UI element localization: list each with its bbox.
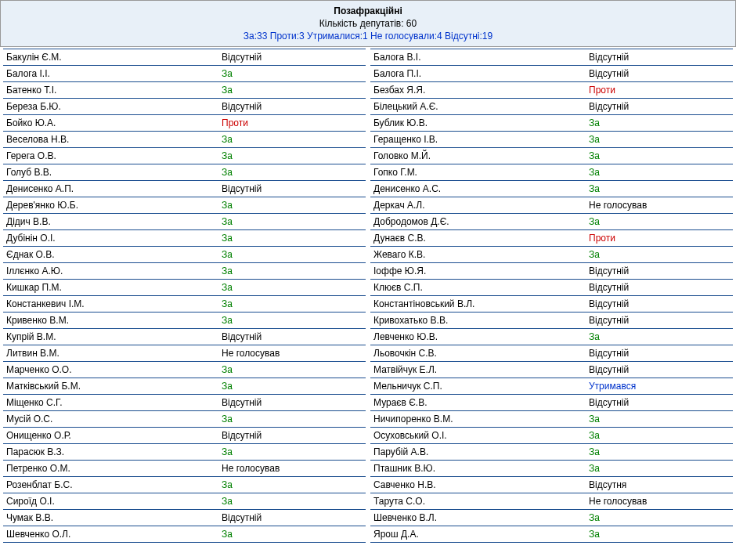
deputy-vote: За xyxy=(222,249,363,260)
deputy-vote: За xyxy=(222,282,363,293)
deputy-vote: Не голосував xyxy=(589,200,730,211)
deputy-name: Голуб В.В. xyxy=(6,167,222,178)
deputy-name: Балога П.І. xyxy=(373,68,589,79)
deputy-name: Балога І.І. xyxy=(6,68,222,79)
deputy-vote: За xyxy=(222,167,363,178)
deputy-name: Матківський Б.М. xyxy=(6,381,222,392)
deputy-vote: Відсутній xyxy=(222,512,363,523)
deputy-vote: За xyxy=(222,364,363,375)
deputy-name: Дерев'янко Ю.Б. xyxy=(6,200,222,211)
deputy-name: Дубінін О.І. xyxy=(6,233,222,244)
vote-row: Матківський Б.М.За xyxy=(3,378,366,395)
deputy-vote: За xyxy=(589,512,730,523)
deputy-vote: Відсутній xyxy=(589,348,730,359)
vote-row: Осуховський О.І.За xyxy=(370,428,733,444)
vote-row: Константіновський В.Л.Відсутній xyxy=(370,296,733,313)
vote-row: Шевченко В.Л.За xyxy=(370,510,733,526)
deputy-vote: За xyxy=(222,150,363,161)
vote-columns: Бакулін Є.М.ВідсутнійБалога І.І.ЗаБатенк… xyxy=(0,49,736,543)
deputy-name: Бойко Ю.А. xyxy=(6,117,222,128)
deputy-vote: Утримався xyxy=(589,381,730,392)
deputy-name: Онищенко О.Р. xyxy=(6,430,222,441)
deputy-name: Кишкар П.М. xyxy=(6,282,222,293)
deputy-vote: Відсутній xyxy=(222,183,363,194)
deputy-vote: За xyxy=(222,315,363,326)
vote-row: Матвійчук Е.Л.Відсутній xyxy=(370,362,733,378)
deputy-name: Балога В.І. xyxy=(373,52,589,63)
deputy-name: Констанкевич І.М. xyxy=(6,298,222,309)
deputy-vote: За xyxy=(222,479,363,490)
deputy-name: Мельничук С.П. xyxy=(373,381,589,392)
vote-row: Іллєнко А.Ю.За xyxy=(3,263,366,280)
deputy-name: Герега О.В. xyxy=(6,150,222,161)
deputy-vote: За xyxy=(222,414,363,425)
deputy-vote: Відсутній xyxy=(222,52,363,63)
deputy-vote: За xyxy=(589,529,730,540)
deputy-vote: За xyxy=(222,381,363,392)
vote-row: Балога І.І.За xyxy=(3,66,366,82)
deputy-name: Веселова Н.В. xyxy=(6,134,222,145)
vote-row: Парубій А.В.За xyxy=(370,444,733,461)
vote-row: Іоффе Ю.Я.Відсутній xyxy=(370,263,733,280)
deputy-vote: Відсутній xyxy=(589,315,730,326)
deputy-name: Розенблат Б.С. xyxy=(6,479,222,490)
vote-row: Пташник В.Ю.За xyxy=(370,461,733,477)
vote-row: Клюєв С.П.Відсутній xyxy=(370,280,733,296)
deputy-vote: За xyxy=(222,496,363,507)
deputy-name: Кривохатько В.В. xyxy=(373,315,589,326)
vote-row: Батенко Т.І.За xyxy=(3,82,366,99)
deputy-vote: Відсутній xyxy=(589,52,730,63)
vote-row: Денисенко А.С.За xyxy=(370,181,733,197)
deputy-name: Ярош Д.А. xyxy=(373,529,589,540)
deputy-name: Дунаєв С.В. xyxy=(373,233,589,244)
vote-row: Герега О.В.За xyxy=(3,148,366,164)
deputy-name: Батенко Т.І. xyxy=(6,85,222,96)
deputy-vote: За xyxy=(222,529,363,540)
deputy-vote: За xyxy=(222,298,363,309)
vote-row: Чумак В.В.Відсутній xyxy=(3,510,366,526)
vote-row: Береза Б.Ю.Відсутній xyxy=(3,99,366,115)
deputy-name: Іоффе Ю.Я. xyxy=(373,266,589,276)
vote-row: Мураєв Є.В.Відсутній xyxy=(370,395,733,411)
vote-row: Гопко Г.М.За xyxy=(370,164,733,181)
deputy-vote: За xyxy=(589,249,730,260)
deputy-name: Пташник В.Ю. xyxy=(373,463,589,474)
vote-row: Кишкар П.М.За xyxy=(3,280,366,296)
vote-row: Деркач А.Л.Не голосував xyxy=(370,197,733,214)
deputy-name: Білецький А.Є. xyxy=(373,101,589,112)
vote-row: Савченко Н.В.Відсутня xyxy=(370,477,733,493)
deputy-vote: За xyxy=(222,266,363,276)
deputy-vote: За xyxy=(222,85,363,96)
deputy-name: Клюєв С.П. xyxy=(373,282,589,293)
deputy-name: Єднак О.В. xyxy=(6,249,222,260)
deputy-count: Кількість депутатів: 60 xyxy=(1,18,735,29)
deputy-name: Парасюк В.З. xyxy=(6,446,222,457)
left-column: Бакулін Є.М.ВідсутнійБалога І.І.ЗаБатенк… xyxy=(3,49,366,543)
deputy-name: Купрій В.М. xyxy=(6,331,222,342)
deputy-name: Деркач А.Л. xyxy=(373,200,589,211)
deputy-vote: За xyxy=(222,216,363,227)
vote-row: Геращенко І.В.За xyxy=(370,132,733,148)
deputy-vote: Не голосував xyxy=(222,463,363,474)
deputy-vote: За xyxy=(589,167,730,178)
deputy-name: Константіновський В.Л. xyxy=(373,298,589,309)
deputy-vote: Відсутній xyxy=(589,298,730,309)
deputy-name: Кривенко В.М. xyxy=(6,315,222,326)
vote-row: Констанкевич І.М.За xyxy=(3,296,366,313)
deputy-name: Міщенко С.Г. xyxy=(6,397,222,408)
deputy-vote: За xyxy=(222,200,363,211)
vote-row: Розенблат Б.С.За xyxy=(3,477,366,493)
deputy-name: Шевченко В.Л. xyxy=(373,512,589,523)
vote-row: Онищенко О.Р.Відсутній xyxy=(3,428,366,444)
deputy-vote: За xyxy=(589,134,730,145)
vote-row: Бублик Ю.В.За xyxy=(370,115,733,132)
vote-row: Мусій О.С.За xyxy=(3,411,366,428)
deputy-name: Береза Б.Ю. xyxy=(6,101,222,112)
deputy-name: Шевченко О.Л. xyxy=(6,529,222,540)
vote-row: Безбах Я.Я.Проти xyxy=(370,82,733,99)
deputy-vote: За xyxy=(589,430,730,441)
deputy-vote: За xyxy=(589,446,730,457)
vote-row: Денисенко А.П.Відсутній xyxy=(3,181,366,197)
vote-row: Головко М.Й.За xyxy=(370,148,733,164)
deputy-name: Ничипоренко В.М. xyxy=(373,414,589,425)
